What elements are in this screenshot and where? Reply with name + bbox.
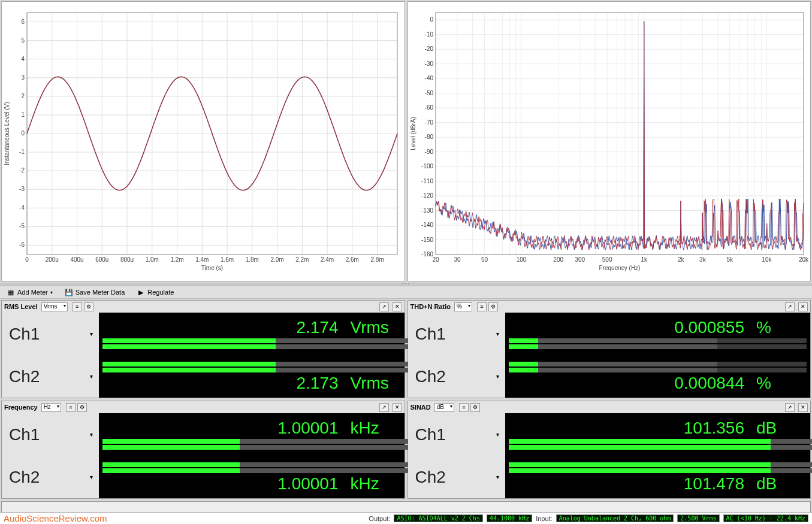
channel-row: Ch2 2.173Vrms	[2, 355, 405, 398]
meter-value: 101.478	[684, 474, 744, 493]
meter-bar	[102, 445, 401, 450]
channel-label[interactable]: Ch2	[2, 355, 99, 398]
bars-icon[interactable]: ≡	[66, 403, 76, 412]
meter-bar	[509, 462, 807, 467]
regulate-label: Regulate	[147, 289, 174, 296]
add-meter-label: Add Meter	[17, 289, 48, 296]
save-meter-label: Save Meter Data	[76, 289, 125, 296]
meter-body: Ch1 2.174Vrms Ch2	[2, 313, 405, 398]
meter-bar	[102, 439, 401, 444]
meter-header: THD+N Ratio % ≡ ⚙ ↗ ✕	[408, 301, 811, 313]
gear-icon[interactable]: ⚙	[77, 403, 87, 412]
meter-title: Frequency	[4, 404, 38, 411]
gear-icon[interactable]: ⚙	[488, 302, 498, 311]
meter-value: 2.174	[296, 318, 338, 337]
meter-bar	[509, 445, 807, 450]
channel-row: Ch1 1.00001kHz	[2, 413, 405, 456]
meter-header: RMS Level Vrms ≡ ⚙ ↗ ✕	[2, 301, 405, 313]
samplerate-value[interactable]: 44.1000 kHz	[487, 514, 532, 522]
meter-header: Frequency Hz ≡ ⚙ ↗ ✕	[2, 401, 405, 413]
meter-bar	[102, 468, 401, 473]
close-icon[interactable]: ✕	[798, 403, 808, 412]
meter-bar	[102, 338, 401, 343]
add-meter-button[interactable]: ▦ Add Meter ▾	[4, 287, 56, 298]
meter-bar	[509, 368, 807, 372]
channel-label[interactable]: Ch1	[2, 413, 99, 456]
fft-panel: FFT	[407, 1, 811, 281]
vrms-value[interactable]: 2.500 Vrms	[677, 514, 719, 522]
bars-icon[interactable]: ≡	[73, 302, 82, 311]
gear-icon[interactable]: ⚙	[84, 302, 93, 311]
play-icon: ▶	[137, 288, 145, 296]
meter-body: Ch1 1.00001kHz Ch2	[2, 413, 405, 498]
bars-icon[interactable]: ≡	[477, 302, 487, 311]
unit-select[interactable]: Hz	[41, 403, 61, 412]
meter-bar	[102, 462, 401, 467]
unit-select[interactable]: %	[454, 302, 472, 311]
meter-unit: dB	[756, 474, 804, 493]
channel-row: Ch1 2.174Vrms	[2, 313, 405, 355]
meter-bar	[102, 368, 401, 372]
meter-unit: dB	[756, 419, 804, 438]
meter-sinad: SINAD dB ≡ ⚙ ↗ ✕ Ch1 101.356dB	[407, 401, 811, 499]
meter-value: 2.173	[296, 374, 338, 393]
channel-label[interactable]: Ch2	[2, 456, 99, 498]
channel-label[interactable]: Ch2	[408, 355, 505, 398]
channel-label[interactable]: Ch1	[408, 413, 505, 456]
regulate-button[interactable]: ▶ Regulate	[134, 287, 177, 298]
meter-bar	[509, 468, 807, 473]
unit-select[interactable]: dB	[434, 403, 454, 412]
bars-icon[interactable]: ≡	[459, 403, 469, 412]
channel-label[interactable]: Ch2	[408, 456, 505, 498]
scope-panel: Scope Chord Mojo USB Input	[1, 1, 405, 281]
save-meter-button[interactable]: 💾 Save Meter Data	[62, 287, 128, 298]
meter-toolbar: ▦ Add Meter ▾ 💾 Save Meter Data ▶ Regula…	[0, 286, 812, 299]
meter-unit: Vrms	[351, 318, 399, 337]
status-bar: AudioScienceReview.com Output: ASIO: ASI…	[0, 512, 812, 524]
popout-icon[interactable]: ↗	[379, 403, 389, 412]
gear-icon[interactable]: ⚙	[470, 403, 480, 412]
meter-header: SINAD dB ≡ ⚙ ↗ ✕	[408, 401, 811, 413]
channel-row: Ch2 101.478dB	[408, 456, 811, 498]
close-icon[interactable]: ✕	[393, 302, 402, 311]
popout-icon[interactable]: ↗	[785, 403, 795, 412]
meter-grid: RMS Level Vrms ≡ ⚙ ↗ ✕ Ch1 2.174Vrms	[0, 299, 812, 500]
meter-title: THD+N Ratio	[410, 303, 451, 310]
unit-select[interactable]: Vrms	[41, 302, 68, 311]
meter-unit: %	[756, 318, 804, 337]
meter-title: SINAD	[410, 404, 431, 411]
channel-label[interactable]: Ch1	[408, 313, 505, 355]
meter-body: Ch1 0.000855% Ch2	[408, 313, 811, 398]
meter-bar	[102, 362, 401, 367]
meter-unit: kHz	[351, 474, 399, 493]
meter-value: 0.000855	[674, 318, 744, 337]
splitter[interactable]	[0, 283, 812, 286]
fft-canvas[interactable]	[408, 2, 810, 277]
channel-label[interactable]: Ch1	[2, 313, 99, 355]
channel-row: Ch1 0.000855%	[408, 313, 811, 355]
bw-value[interactable]: AC (<10 Hz) - 22.4 kHz	[723, 514, 808, 522]
output-value[interactable]: ASIO: ASIO4ALL v2 2 Chs	[394, 514, 482, 522]
input-value[interactable]: Analog Unbalanced 2 Ch, 600 ohm	[556, 514, 674, 522]
close-icon[interactable]: ✕	[393, 403, 402, 412]
popout-icon[interactable]: ↗	[785, 302, 795, 311]
channel-row: Ch1 101.356dB	[408, 413, 811, 456]
output-label: Output:	[369, 515, 390, 522]
meter-bar	[102, 344, 401, 349]
meter-bar	[509, 362, 807, 367]
save-icon: 💾	[65, 288, 73, 296]
meter-value: 1.00001	[277, 419, 338, 438]
meter-value: 1.00001	[277, 474, 338, 493]
meter-unit: %	[756, 374, 804, 393]
meter-unit: kHz	[351, 419, 399, 438]
meter-bar	[509, 338, 807, 343]
plus-icon: ▦	[7, 288, 15, 296]
scope-canvas[interactable]	[2, 2, 403, 277]
meter-thd-n-ratio: THD+N Ratio % ≡ ⚙ ↗ ✕ Ch1 0.000855%	[407, 300, 811, 398]
input-label: Input:	[536, 515, 553, 522]
watermark: AudioScienceReview.com	[4, 513, 107, 523]
popout-icon[interactable]: ↗	[379, 302, 389, 311]
close-icon[interactable]: ✕	[798, 302, 808, 311]
dropdown-arrow-icon: ▾	[50, 290, 53, 295]
meter-frequency: Frequency Hz ≡ ⚙ ↗ ✕ Ch1 1.00001kHz	[1, 401, 405, 499]
